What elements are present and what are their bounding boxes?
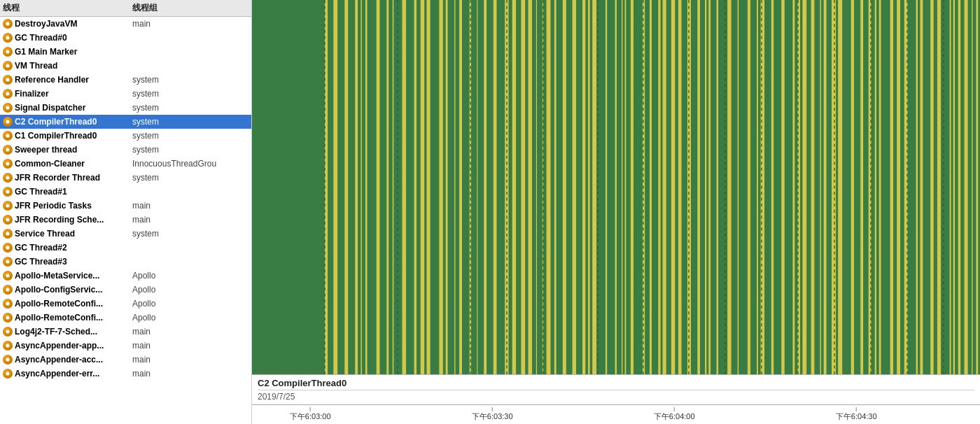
- thread-name: Signal Dispatcher: [3, 103, 132, 113]
- svg-rect-137: [872, 0, 875, 374]
- svg-rect-38: [477, 0, 477, 374]
- thread-name-text: GC Thread#3: [15, 257, 67, 267]
- svg-rect-30: [446, 0, 448, 374]
- svg-rect-7: [348, 0, 355, 374]
- thread-name-text: Service Thread: [15, 229, 75, 239]
- thread-row[interactable]: C1 CompilerThread0system: [0, 129, 251, 143]
- svg-rect-23: [416, 0, 421, 374]
- thread-list: DestroyJavaVMmainGC Thread#0G1 Main Mark…: [0, 17, 251, 424]
- thread-row[interactable]: GC Thread#3: [0, 255, 251, 269]
- thread-row[interactable]: Service Threadsystem: [0, 227, 251, 241]
- thread-row[interactable]: GC Thread#0: [0, 31, 251, 45]
- thread-name: VM Thread: [3, 61, 132, 71]
- thread-row[interactable]: AsyncAppender-acc...main: [0, 353, 251, 367]
- svg-rect-165: [973, 0, 976, 374]
- thread-name: AsyncAppender-acc...: [3, 355, 132, 365]
- svg-rect-102: [727, 0, 732, 374]
- svg-rect-125: [821, 0, 824, 374]
- svg-rect-3: [328, 0, 333, 374]
- selected-thread-label: C2 CompilerThread0: [258, 378, 974, 390]
- thread-row[interactable]: Sweeper threadsystem: [0, 143, 251, 157]
- svg-rect-138: [875, 0, 876, 374]
- svg-rect-33: [456, 0, 459, 374]
- svg-rect-148: [916, 0, 918, 374]
- svg-rect-109: [758, 0, 761, 374]
- svg-rect-11: [362, 0, 365, 374]
- thread-name: DestroyJavaVM: [3, 19, 132, 29]
- thread-row[interactable]: GC Thread#2: [0, 241, 251, 255]
- thread-row[interactable]: Common-CleanerInnocuousThreadGrou: [0, 157, 251, 171]
- svg-rect-162: [964, 0, 967, 374]
- thread-row[interactable]: Finalizersystem: [0, 87, 251, 101]
- thread-row[interactable]: VM Thread: [0, 59, 251, 73]
- thread-name-text: G1 Main Marker: [15, 47, 77, 57]
- thread-row[interactable]: Reference Handlersystem: [0, 73, 251, 87]
- thread-name-text: Sweeper thread: [15, 145, 77, 155]
- thread-group-text: system: [132, 117, 248, 127]
- thread-row[interactable]: AsyncAppender-err...main: [0, 367, 251, 381]
- svg-rect-160: [958, 0, 961, 374]
- tick-label: 下午6:03:30: [472, 411, 513, 422]
- thread-row[interactable]: Log4j2-TF-7-Sched...main: [0, 325, 251, 339]
- thread-row[interactable]: AsyncAppender-app...main: [0, 339, 251, 353]
- svg-rect-98: [708, 0, 710, 374]
- svg-rect-5: [337, 0, 344, 374]
- header-group-col: 线程组: [132, 2, 248, 14]
- thread-name: Sweeper thread: [3, 145, 132, 155]
- time-tick: 下午6:04:30: [836, 407, 877, 422]
- thread-row[interactable]: JFR Recorder Threadsystem: [0, 171, 251, 185]
- right-panel: C2 CompilerThread0 2019/7/25 下午6:03:00下午…: [252, 0, 980, 424]
- thread-icon: [3, 159, 13, 169]
- svg-rect-156: [950, 0, 951, 374]
- svg-rect-14: [377, 0, 380, 374]
- svg-rect-107: [750, 0, 757, 374]
- svg-rect-8: [355, 0, 358, 374]
- svg-rect-9: [358, 0, 360, 374]
- thread-row[interactable]: Apollo-ConfigServic...Apollo: [0, 283, 251, 297]
- thread-icon: [3, 187, 13, 197]
- svg-rect-93: [691, 0, 697, 374]
- time-tick: 下午6:03:00: [290, 407, 331, 422]
- svg-rect-74: [622, 0, 623, 374]
- svg-rect-97: [707, 0, 709, 374]
- svg-rect-133: [854, 0, 860, 374]
- thread-row[interactable]: JFR Periodic Tasksmain: [0, 199, 251, 213]
- svg-rect-150: [920, 0, 923, 374]
- svg-rect-68: [592, 0, 596, 374]
- thread-name-text: Apollo-RemoteConfi...: [15, 313, 103, 323]
- svg-rect-55: [543, 0, 546, 374]
- thread-group-text: main: [132, 215, 248, 225]
- svg-rect-143: [893, 0, 897, 374]
- svg-rect-51: [532, 0, 536, 374]
- svg-rect-126: [824, 0, 827, 374]
- thread-icon: [3, 327, 13, 337]
- svg-rect-91: [682, 0, 687, 374]
- thread-name-text: GC Thread#2: [15, 243, 67, 253]
- svg-rect-123: [815, 0, 820, 374]
- svg-rect-129: [836, 0, 838, 374]
- thread-group-text: main: [132, 369, 248, 379]
- svg-rect-154: [937, 0, 941, 374]
- svg-rect-32: [454, 0, 456, 374]
- thread-name-text: Reference Handler: [15, 75, 89, 85]
- thread-row[interactable]: JFR Recording Sche...main: [0, 213, 251, 227]
- thread-row[interactable]: DestroyJavaVMmain: [0, 17, 251, 31]
- thread-row[interactable]: C2 CompilerThread0system: [0, 115, 251, 129]
- time-tick: 下午6:04:00: [654, 407, 695, 422]
- thread-row[interactable]: Apollo-RemoteConfi...Apollo: [0, 297, 251, 311]
- thread-group-text: Apollo: [132, 285, 248, 295]
- thread-name: C2 CompilerThread0: [3, 117, 132, 127]
- thread-row[interactable]: Apollo-RemoteConfi...Apollo: [0, 311, 251, 325]
- thread-name: Finalizer: [3, 89, 132, 99]
- thread-row[interactable]: Signal Dispatchersystem: [0, 101, 251, 115]
- thread-row[interactable]: G1 Main Marker: [0, 45, 251, 59]
- svg-rect-130: [838, 0, 842, 374]
- svg-rect-1: [252, 0, 325, 374]
- svg-rect-128: [832, 0, 836, 374]
- thread-row[interactable]: Apollo-MetaService...Apollo: [0, 269, 251, 283]
- svg-rect-161: [960, 0, 964, 374]
- thread-row[interactable]: GC Thread#1: [0, 185, 251, 199]
- thread-icon: [3, 89, 13, 99]
- svg-rect-99: [710, 0, 716, 374]
- thread-name-text: AsyncAppender-err...: [15, 369, 99, 379]
